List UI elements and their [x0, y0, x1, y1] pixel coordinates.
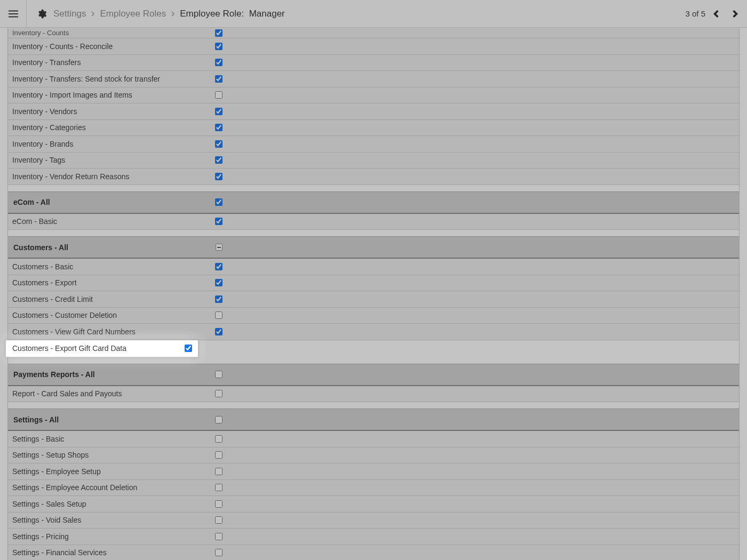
permission-row: Inventory - Vendor Return Reasons	[8, 169, 739, 185]
permission-row: Inventory - Transfers	[8, 55, 739, 71]
permission-checkbox[interactable]	[215, 451, 222, 459]
permission-checkbox[interactable]	[215, 75, 222, 83]
permission-checkbox[interactable]	[215, 533, 222, 540]
permission-label: Settings - Setup Shops	[8, 451, 179, 459]
hamburger-icon	[7, 8, 19, 20]
permission-category-checkbox[interactable]	[216, 244, 222, 251]
permission-label: Inventory - Counts	[8, 30, 179, 36]
permission-row: Customers - Credit Limit	[8, 291, 739, 308]
chevron-right-icon	[731, 10, 738, 18]
chevron-right-icon	[170, 9, 176, 19]
permission-row: Customers - Export	[8, 275, 739, 292]
permission-checkbox[interactable]	[215, 59, 222, 66]
permission-row: Settings - Sales Setup	[8, 496, 739, 513]
permission-label: Settings - Employee Account Deletion	[8, 483, 179, 492]
permission-label: Inventory - Brands	[8, 140, 179, 148]
gear-icon	[36, 9, 47, 19]
pager-text: 3 of 5	[685, 9, 705, 18]
permission-row: Settings - Employee Account Deletion	[8, 480, 739, 497]
permission-checkbox[interactable]	[215, 263, 222, 270]
permission-label: eCom - Basic	[8, 217, 179, 226]
permission-row: Inventory - Import Images and Items	[8, 87, 739, 104]
permission-checkbox[interactable]	[185, 345, 192, 352]
permission-label: Inventory - Import Images and Items	[8, 91, 179, 99]
permission-label: Report - Card Sales and Payouts	[8, 389, 179, 398]
breadcrumb-current-value: Manager	[249, 9, 285, 19]
permission-checkbox[interactable]	[215, 549, 222, 556]
permission-checkbox[interactable]	[215, 484, 222, 491]
permission-row: Settings - Setup Shops	[8, 447, 739, 464]
permission-category-label: Settings - All	[8, 415, 179, 424]
permission-row: Settings - Financial Services	[8, 545, 739, 561]
permission-label: Inventory - Categories	[8, 123, 179, 132]
permission-label: Inventory - Counts - Reconcile	[8, 42, 179, 51]
permission-row: eCom - Basic	[8, 214, 739, 230]
permission-checkbox[interactable]	[215, 124, 222, 131]
permission-label: Inventory - Tags	[8, 156, 179, 164]
permission-category-header: eCom - All	[8, 191, 739, 214]
permission-row: Customers - View Gift Card Numbers	[8, 324, 739, 340]
breadcrumb-current-prefix: Employee Role:	[180, 9, 244, 19]
permission-row: Customers - Basic	[8, 259, 739, 275]
pager-next-button[interactable]	[728, 7, 742, 21]
permission-label: Customers - Customer Deletion	[8, 311, 179, 319]
permission-checkbox[interactable]	[215, 468, 222, 475]
permission-checkbox[interactable]	[215, 43, 222, 50]
permission-checkbox[interactable]	[215, 311, 222, 319]
permission-checkbox[interactable]	[215, 279, 222, 286]
permission-row: Settings - Void Sales	[8, 513, 739, 529]
permission-row: Inventory - Transfers: Send stock for tr…	[8, 71, 739, 87]
permission-checkbox[interactable]	[215, 390, 222, 397]
permission-checkbox[interactable]	[215, 173, 222, 180]
permission-row: Inventory - Brands	[8, 136, 739, 153]
permission-row: Inventory - Tags	[8, 153, 739, 169]
permission-checkbox[interactable]	[215, 29, 222, 37]
permissions-panel: Inventory - CountsInventory - Counts - R…	[0, 28, 747, 560]
permission-label: Settings - Pricing	[8, 532, 179, 541]
permission-row: Customers - Export Gift Card Data	[6, 340, 198, 357]
permission-label: Settings - Void Sales	[8, 516, 179, 524]
permission-label: Inventory - Vendors	[8, 107, 179, 116]
permission-category-checkbox[interactable]	[215, 371, 222, 378]
permission-checkbox[interactable]	[215, 108, 222, 115]
permission-label: Settings - Sales Setup	[8, 500, 179, 508]
permission-label: Customers - Credit Limit	[8, 295, 179, 303]
permission-label: Customers - Export Gift Card Data	[8, 344, 179, 353]
permission-label: Inventory - Vendor Return Reasons	[8, 172, 179, 181]
chevron-left-icon	[713, 10, 720, 18]
permission-category-checkbox[interactable]	[215, 416, 222, 423]
permission-category-label: Customers - All	[8, 243, 179, 252]
permission-label: Settings - Employee Setup	[8, 467, 179, 476]
permission-row: Settings - Employee Setup	[8, 463, 739, 480]
permission-row: Settings - Basic	[8, 431, 739, 447]
permission-checkbox[interactable]	[215, 140, 222, 148]
permission-row: Customers - Customer Deletion	[8, 308, 739, 324]
permission-checkbox[interactable]	[215, 295, 222, 303]
permission-row: Settings - Pricing	[8, 529, 739, 545]
permission-row: Inventory - Counts	[8, 28, 739, 38]
breadcrumb: Settings Employee Roles Employee Role: M…	[53, 9, 285, 19]
permission-checkbox[interactable]	[215, 500, 222, 508]
permission-label: Inventory - Transfers: Send stock for tr…	[8, 75, 179, 83]
permission-checkbox[interactable]	[215, 328, 222, 335]
breadcrumb-roles[interactable]: Employee Roles	[100, 9, 166, 19]
page-header: Settings Employee Roles Employee Role: M…	[0, 0, 747, 28]
permission-checkbox[interactable]	[215, 91, 222, 99]
permission-category-header: Settings - All	[8, 409, 739, 431]
chevron-right-icon	[90, 9, 96, 19]
permission-category-checkbox[interactable]	[215, 198, 222, 206]
menu-button[interactable]	[0, 0, 27, 28]
permission-checkbox[interactable]	[215, 435, 222, 443]
permission-label: Customers - Basic	[8, 262, 179, 271]
pager-prev-button[interactable]	[710, 7, 724, 21]
permission-checkbox[interactable]	[215, 516, 222, 524]
permission-label: Inventory - Transfers	[8, 58, 179, 67]
permission-checkbox[interactable]	[215, 156, 222, 164]
permission-label: Settings - Financial Services	[8, 548, 179, 557]
permission-checkbox[interactable]	[215, 218, 222, 225]
permission-row: Inventory - Counts - Reconcile	[8, 38, 739, 55]
permission-row: Inventory - Categories	[8, 120, 739, 137]
breadcrumb-settings[interactable]: Settings	[53, 9, 86, 19]
permission-category-label: eCom - All	[8, 198, 179, 206]
permission-label: Settings - Basic	[8, 435, 179, 443]
